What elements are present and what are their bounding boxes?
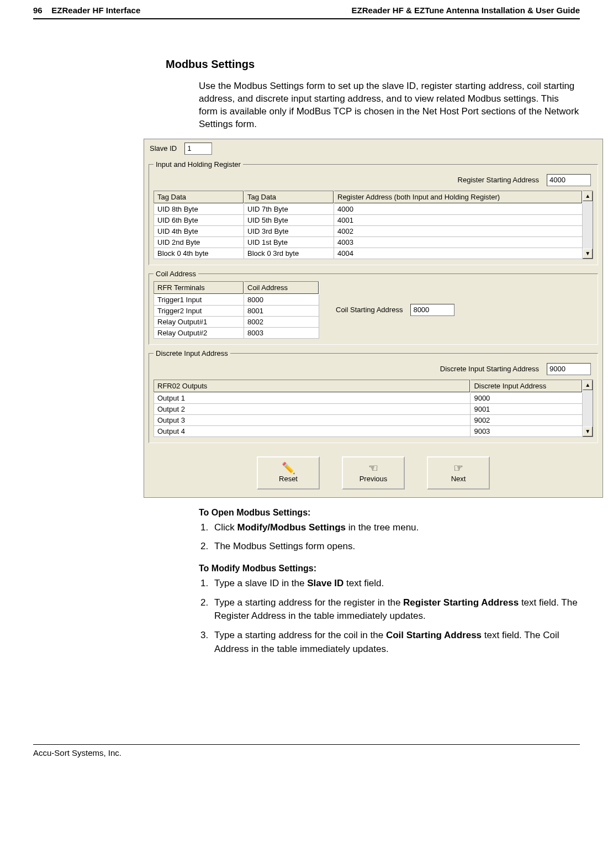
discrete-start-input[interactable] <box>547 363 591 375</box>
modify-steps: Type a slave ID in the Slave ID text fie… <box>199 577 580 656</box>
list-item: The Modbus Settings form opens. <box>211 540 580 554</box>
discrete-scrollbar[interactable]: ▲ ▼ <box>583 380 593 437</box>
scroll-down-icon[interactable]: ▼ <box>583 427 593 436</box>
coil-table: RFR Terminals Coil Address Trigger1 Inpu… <box>154 281 319 339</box>
discrete-th-1[interactable]: Discrete Input Address <box>471 380 583 392</box>
next-label: Next <box>451 475 466 483</box>
register-th-1[interactable]: Tag Data <box>244 191 334 203</box>
coil-start-label: Coil Starting Address <box>336 306 403 314</box>
slave-id-label: Slave ID <box>150 144 177 152</box>
list-item: Type a starting address for the coil in … <box>211 629 580 656</box>
open-heading: To Open Modbus Settings: <box>199 508 580 518</box>
register-scrollbar[interactable]: ▲ ▼ <box>583 191 593 259</box>
previous-button[interactable]: ☜ Previous <box>342 456 405 490</box>
next-button[interactable]: ☞ Next <box>427 456 490 490</box>
previous-label: Previous <box>360 475 388 483</box>
page-number: 96 <box>33 6 43 15</box>
table-row: UID 4th ByteUID 3rd Byte4002 <box>154 225 583 236</box>
register-groupbox: Input and Holding Register Register Star… <box>149 160 598 265</box>
table-row: Relay Output#28003 <box>154 327 319 338</box>
discrete-th-0[interactable]: RFR02 Outputs <box>154 380 471 392</box>
register-th-0[interactable]: Tag Data <box>154 191 244 203</box>
discrete-table: RFR02 Outputs Discrete Input Address Out… <box>154 380 583 437</box>
table-row: Output 49003 <box>154 425 583 436</box>
table-row: Trigger1 Input8000 <box>154 294 319 305</box>
scroll-up-icon[interactable]: ▲ <box>583 380 593 390</box>
table-row: UID 2nd ByteUID 1st Byte4003 <box>154 236 583 248</box>
coil-th-1[interactable]: Coil Address <box>244 281 319 294</box>
scroll-up-icon[interactable]: ▲ <box>583 191 593 201</box>
register-table: Tag Data Tag Data Register Address (both… <box>154 191 583 259</box>
coil-th-0[interactable]: RFR Terminals <box>154 281 244 294</box>
reset-label: Reset <box>279 475 298 483</box>
table-row: UID 8th ByteUID 7th Byte4000 <box>154 203 583 214</box>
footer: Accu-Sort Systems, Inc. <box>33 744 580 757</box>
scroll-down-icon[interactable]: ▼ <box>583 249 593 259</box>
coil-start-input[interactable] <box>410 304 455 316</box>
coil-groupbox: Coil Address RFR Terminals Coil Address … <box>149 270 598 345</box>
hand-left-icon: ☜ <box>368 462 378 474</box>
coil-legend: Coil Address <box>154 270 198 278</box>
section-title: Modbus Settings <box>166 58 580 71</box>
discrete-start-label: Discrete Input Starting Address <box>440 365 539 373</box>
table-row: Output 39002 <box>154 414 583 425</box>
modbus-settings-form: Slave ID Input and Holding Register Regi… <box>144 139 603 498</box>
footer-text: Accu-Sort Systems, Inc. <box>33 748 121 757</box>
reset-button[interactable]: ✏️ Reset <box>257 456 320 490</box>
register-legend: Input and Holding Register <box>154 160 243 169</box>
list-item: Type a slave ID in the Slave ID text fie… <box>211 577 580 591</box>
discrete-legend: Discrete Input Address <box>154 349 230 357</box>
slave-id-input[interactable] <box>184 143 212 155</box>
table-row: Block 0 4th byteBlock 0 3rd byte4004 <box>154 248 583 259</box>
register-th-2[interactable]: Register Address (both Input and Holding… <box>334 191 583 203</box>
table-row: Output 29001 <box>154 403 583 414</box>
table-row: Output 19000 <box>154 392 583 403</box>
table-row: Trigger2 Input8001 <box>154 305 319 316</box>
register-start-input[interactable] <box>547 174 591 186</box>
page-header: 96 EZReader HF Interface EZReader HF & E… <box>33 6 580 18</box>
list-item: Type a starting address for the register… <box>211 596 580 623</box>
table-row: Relay Output#18002 <box>154 316 319 327</box>
discrete-groupbox: Discrete Input Address Discrete Input St… <box>149 349 598 443</box>
table-row: UID 6th ByteUID 5th Byte4001 <box>154 214 583 225</box>
open-steps: Click Modify/Modbus Settings in the tree… <box>199 521 580 554</box>
list-item: Click Modify/Modbus Settings in the tree… <box>211 521 580 535</box>
intro-paragraph: Use the Modbus Settings form to set up t… <box>199 80 580 131</box>
hand-right-icon: ☞ <box>453 462 463 474</box>
pencil-eraser-icon: ✏️ <box>282 462 295 474</box>
header-right: EZReader HF & EZTune Antenna Installatio… <box>352 6 580 15</box>
modify-heading: To Modify Modbus Settings: <box>199 564 580 574</box>
header-left: EZReader HF Interface <box>51 6 140 15</box>
register-start-label: Register Starting Address <box>458 176 539 184</box>
